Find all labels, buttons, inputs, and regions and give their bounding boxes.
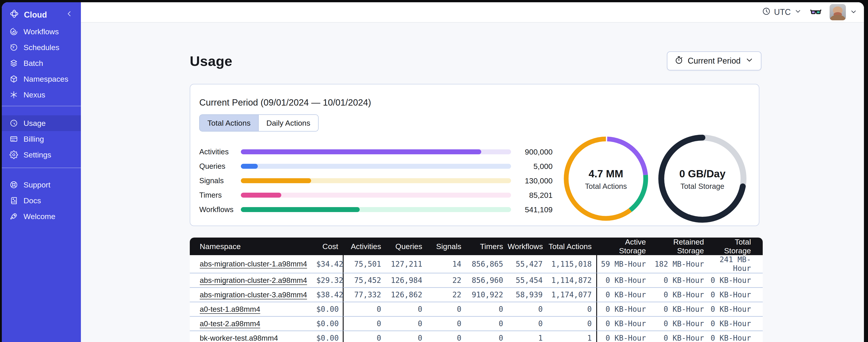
column-header-signals: Signals	[427, 238, 466, 255]
cell-queries: 0	[386, 302, 427, 316]
cloud-orbit-icon	[9, 9, 19, 21]
sidebar-item-settings[interactable]: Settings	[2, 147, 81, 163]
namespace-link[interactable]: a0-test-2.a98mm4	[200, 319, 260, 328]
sidebar-item-label: Schedules	[24, 43, 59, 52]
sidebar-item-nexus[interactable]: Nexus	[2, 87, 81, 103]
cell-active-storage: 0 KB-Hour	[596, 302, 650, 316]
cell-timers: 856,865	[466, 255, 508, 273]
namespace-link[interactable]: bk-worker-test.a98mm4	[200, 334, 278, 342]
timezone-selector[interactable]: UTC	[762, 7, 802, 18]
period-selector-button[interactable]: Current Period	[667, 52, 762, 70]
bar-track	[241, 207, 511, 212]
sidebar-item-workflows[interactable]: Workflows	[2, 24, 81, 39]
app-window: Cloud WorkflowsSchedulesBatchNamespacesN…	[2, 2, 864, 342]
sidebar-item-batch[interactable]: Batch	[2, 55, 81, 71]
batch-icon	[9, 59, 18, 67]
stopwatch-icon	[674, 55, 684, 65]
namespace-link[interactable]: abs-migration-cluster-2.a98mm4	[200, 276, 307, 284]
column-header-cost: Cost	[316, 238, 343, 255]
cell-timers: 0	[466, 316, 508, 331]
page-title: Usage	[190, 53, 232, 69]
sidebar-divider	[2, 168, 81, 168]
sidebar-item-label: Billing	[24, 135, 44, 143]
donut-label: Total Actions	[585, 182, 627, 191]
bar-fill	[241, 178, 311, 183]
cell-total-actions: 1,114,872	[547, 273, 596, 287]
cell-activities: 0	[343, 302, 386, 316]
cell-timers: 0	[466, 331, 508, 342]
cell-cost: $0.00	[316, 316, 343, 331]
collapse-sidebar-button[interactable]	[65, 10, 73, 20]
column-header-workflows: Workflows	[508, 238, 547, 255]
cell-activities: 77,332	[343, 287, 386, 302]
cell-cost: $38.42	[316, 287, 343, 302]
cell-activities: 75,501	[343, 255, 386, 273]
cell-queries: 0	[386, 316, 427, 331]
table-row: bk-worker-test.a98mm4$0.000000110 KB-Hou…	[190, 331, 763, 342]
cell-active-storage: 0 KB-Hour	[596, 316, 650, 331]
table-row: abs-migration-cluster-2.a98mm4$29.3275,4…	[190, 273, 763, 287]
bar-fill	[241, 164, 258, 169]
cell-queries: 0	[386, 331, 427, 342]
bar-fill	[241, 207, 360, 212]
column-header-namespace: Namespace	[190, 238, 316, 255]
namespaces-icon	[9, 75, 18, 83]
bar-track	[241, 149, 511, 154]
namespace-link[interactable]: abs-migration-cluster-1.a98mm4	[200, 260, 307, 268]
donut-value: 0 GB/Day	[679, 168, 726, 180]
sidebar-divider	[2, 106, 81, 106]
cell-signals: 0	[427, 316, 466, 331]
sidebar-item-label: Nexus	[24, 91, 45, 99]
chevron-down-icon	[849, 8, 858, 16]
sidebar-item-namespaces[interactable]: Namespaces	[2, 71, 81, 87]
sidebar-header[interactable]: Cloud	[2, 2, 81, 24]
actions-bar-chart: Activities900,000Queries5,000Signals130,…	[199, 145, 553, 217]
namespace-link[interactable]: a0-test-1.a98mm4	[200, 305, 260, 313]
sidebar-item-label: Namespaces	[24, 75, 68, 83]
sidebar-item-welcome[interactable]: Welcome	[2, 208, 81, 224]
account-menu[interactable]	[830, 4, 858, 20]
cell-signals: 14	[427, 255, 466, 273]
cell-workflows: 55,454	[508, 273, 547, 287]
namespace-usage-table: NamespaceCostActivitiesQueriesSignalsTim…	[190, 238, 763, 342]
sidebar-item-support[interactable]: Support	[2, 177, 81, 193]
bar-track	[241, 178, 511, 183]
cell-retained-storage: 0 KB-Hour	[650, 316, 709, 331]
cell-total-actions: 1,174,077	[547, 287, 596, 302]
cell-retained-storage: 182 MB-Hour	[650, 255, 709, 273]
cell-retained-storage: 0 KB-Hour	[650, 287, 709, 302]
sidebar: Cloud WorkflowsSchedulesBatchNamespacesN…	[2, 2, 81, 342]
cell-workflows: 0	[508, 316, 547, 331]
bar-track	[241, 193, 511, 198]
glasses-icon	[810, 6, 822, 19]
cell-total-storage: 0 KB-Hour	[709, 331, 763, 342]
cell-total-actions: 1,115,018	[547, 255, 596, 273]
sidebar-item-billing[interactable]: Billing	[2, 131, 81, 147]
tab-daily-actions[interactable]: Daily Actions	[258, 115, 318, 131]
chevron-down-icon	[745, 55, 754, 65]
period-button-label: Current Period	[688, 56, 741, 66]
table-row: abs-migration-cluster-1.a98mm4$34.4275,5…	[190, 255, 763, 273]
donut-total-storage: 0 GB/DayTotal Storage	[655, 131, 750, 227]
namespace-link[interactable]: abs-migration-cluster-3.a98mm4	[200, 290, 307, 299]
cell-signals: 0	[427, 302, 466, 316]
workflows-icon	[9, 27, 18, 36]
cell-retained-storage: 0 KB-Hour	[650, 302, 709, 316]
donut-label: Total Storage	[680, 182, 724, 191]
column-header-active-storage: Active Storage	[596, 238, 650, 255]
cell-timers: 856,960	[466, 273, 508, 287]
tab-total-actions[interactable]: Total Actions	[200, 115, 258, 131]
sidebar-item-docs[interactable]: Docs	[2, 193, 81, 208]
labs-toggle-button[interactable]	[810, 6, 822, 19]
usage-icon	[9, 119, 18, 128]
cell-total-actions: 1	[547, 331, 596, 342]
bar-row-activities: Activities900,000	[199, 145, 553, 159]
sidebar-item-schedules[interactable]: Schedules	[2, 39, 81, 55]
sidebar-item-label: Welcome	[24, 212, 55, 221]
bar-row-signals: Signals130,000	[199, 173, 553, 188]
cell-cost: $0.00	[316, 302, 343, 316]
cell-total-storage: 0 KB-Hour	[709, 316, 763, 331]
cell-workflows: 58,939	[508, 287, 547, 302]
bar-label: Queries	[199, 162, 241, 171]
sidebar-item-usage[interactable]: Usage	[2, 115, 81, 131]
